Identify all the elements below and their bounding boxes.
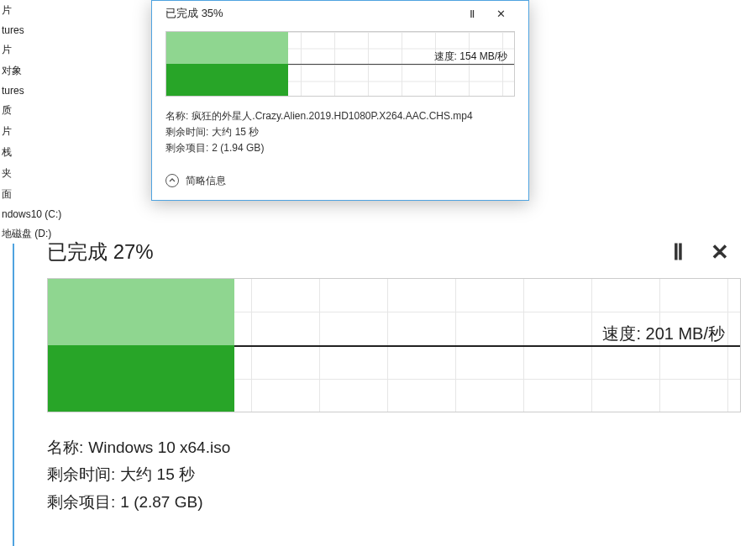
- chart-lower-bar: [166, 64, 288, 96]
- titlebar: 已完成 27% Ⅱ ✕: [47, 231, 741, 273]
- remaining-items-label: 剩余项目:: [47, 489, 115, 516]
- sidebar-item[interactable]: 对象: [0, 60, 76, 81]
- chart-lower-bar: [48, 345, 234, 412]
- copy-dialog-large: 已完成 27% Ⅱ ✕ 速度: 201 MB/秒 名称: Windows 10 …: [47, 231, 741, 516]
- speed-label: 速度:: [434, 50, 457, 62]
- speed-readout: 速度: 154 MB/秒: [434, 50, 507, 64]
- name-value: 疯狂的外星人.Crazy.Alien.2019.HD1080P.X264.AAC…: [192, 108, 472, 124]
- chart-upper-bar: [166, 32, 288, 64]
- sidebar-item[interactable]: tures: [0, 21, 76, 39]
- speed-readout: 速度: 201 MB/秒: [602, 323, 725, 345]
- title-percent: 27%: [113, 240, 154, 263]
- name-value: Windows 10 x64.iso: [88, 434, 230, 461]
- remaining-items-label: 剩余项目:: [165, 140, 208, 156]
- remaining-time-label: 剩余时间:: [47, 461, 115, 488]
- sidebar-item[interactable]: 片: [0, 39, 76, 60]
- sidebar-item[interactable]: 片: [0, 121, 76, 142]
- name-label: 名称:: [165, 108, 188, 124]
- remaining-time-label: 剩余时间:: [165, 124, 208, 140]
- speed-value: 154 MB/秒: [459, 50, 507, 62]
- pause-icon: Ⅱ: [470, 8, 475, 20]
- speed-value: 201 MB/秒: [646, 324, 725, 343]
- name-row: 名称: Windows 10 x64.iso: [47, 434, 741, 461]
- details: 名称: 疯狂的外星人.Crazy.Alien.2019.HD1080P.X264…: [165, 108, 515, 157]
- name-label: 名称:: [47, 434, 83, 461]
- brief-info-label: 简略信息: [186, 174, 226, 188]
- dialog-title: 已完成 27%: [47, 239, 657, 265]
- titlebar: 已完成 35% Ⅱ ✕: [165, 1, 515, 26]
- remaining-items-row: 剩余项目: 1 (2.87 GB): [47, 489, 741, 516]
- title-prefix: 已完成: [165, 7, 198, 19]
- remaining-time-value: 大约 15 秒: [212, 124, 259, 140]
- transfer-chart: 速度: 154 MB/秒: [165, 31, 515, 97]
- sidebar-item[interactable]: 片: [0, 0, 76, 21]
- speed-label: 速度:: [602, 324, 641, 343]
- remaining-time-value: 大约 15 秒: [120, 461, 195, 488]
- pause-button[interactable]: Ⅱ: [657, 239, 699, 265]
- sidebar-item[interactable]: tures: [0, 81, 76, 100]
- copy-dialog-small: 已完成 35% Ⅱ ✕ 速度: 154 MB/秒 名称: 疯狂的外星人.Craz…: [151, 0, 529, 201]
- chevron-up-icon: [165, 174, 179, 187]
- accent-line: [13, 244, 14, 546]
- sidebar-item[interactable]: 栈: [0, 142, 76, 163]
- sidebar-item[interactable]: 夹: [0, 163, 76, 184]
- close-icon: ✕: [711, 239, 729, 265]
- close-icon: ✕: [496, 8, 506, 20]
- remaining-items-row: 剩余项目: 2 (1.94 GB): [165, 140, 515, 156]
- pause-button[interactable]: Ⅱ: [458, 8, 486, 20]
- sidebar-item[interactable]: 质: [0, 100, 76, 121]
- close-button[interactable]: ✕: [486, 8, 515, 20]
- sidebar-item[interactable]: ndows10 (C:): [0, 205, 76, 223]
- chart-upper-bar: [48, 279, 234, 345]
- brief-info-toggle[interactable]: 简略信息: [165, 174, 515, 188]
- title-percent: 35%: [202, 7, 223, 19]
- pause-icon: Ⅱ: [673, 239, 684, 265]
- close-button[interactable]: ✕: [699, 239, 741, 265]
- remaining-time-row: 剩余时间: 大约 15 秒: [165, 124, 515, 140]
- name-row: 名称: 疯狂的外星人.Crazy.Alien.2019.HD1080P.X264…: [165, 108, 515, 124]
- sidebar: 片 tures 片 对象 tures 质 片 栈 夹 面 ndows10 (C:…: [0, 0, 76, 244]
- details: 名称: Windows 10 x64.iso 剩余时间: 大约 15 秒 剩余项…: [47, 434, 741, 516]
- remaining-items-value: 2 (1.94 GB): [212, 140, 264, 156]
- title-prefix: 已完成: [47, 240, 108, 263]
- dialog-title: 已完成 35%: [165, 6, 458, 21]
- remaining-items-value: 1 (2.87 GB): [120, 489, 202, 516]
- sidebar-item[interactable]: 面: [0, 184, 76, 205]
- transfer-chart: 速度: 201 MB/秒: [47, 278, 741, 412]
- remaining-time-row: 剩余时间: 大约 15 秒: [47, 461, 741, 488]
